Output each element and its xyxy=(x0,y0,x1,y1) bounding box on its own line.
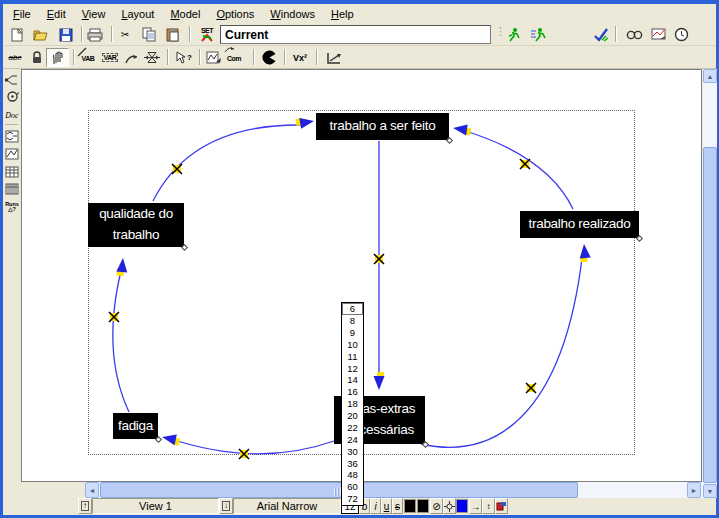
refmode-tool-icon[interactable] xyxy=(325,48,345,67)
toolbar-separator xyxy=(111,26,113,42)
run-icon[interactable] xyxy=(503,25,523,44)
delete-tool-icon[interactable] xyxy=(259,48,279,67)
variable-tool-icon[interactable]: VAB xyxy=(78,48,98,67)
font-size-option[interactable]: 36 xyxy=(342,457,363,469)
sketch-toolbar: abc VAB VAR ? Com Vx² xyxy=(3,46,716,69)
menu-item[interactable]: Help xyxy=(323,6,362,22)
menu-item[interactable]: Windows xyxy=(262,6,323,22)
font-size-option[interactable]: 11 xyxy=(342,351,363,363)
menu-item[interactable]: Model xyxy=(162,6,208,22)
query-tool-icon[interactable]: ? xyxy=(173,48,193,67)
font-size-option[interactable]: 12 xyxy=(342,362,363,374)
wire-horas-to-fadiga xyxy=(168,438,334,454)
comment-tool-icon[interactable]: Com xyxy=(224,48,244,67)
graph-icon[interactable] xyxy=(4,146,20,162)
font-size-option[interactable]: 10 xyxy=(342,339,363,351)
runs-compare-icon[interactable]: Runs△? xyxy=(4,199,20,215)
font-size-option[interactable]: 8 xyxy=(342,315,363,327)
horizontal-scroll-thumb[interactable] xyxy=(100,482,578,498)
arrow-style-icon[interactable]: → xyxy=(469,498,482,514)
output-icon[interactable] xyxy=(648,25,668,44)
move-tool-icon[interactable] xyxy=(46,48,69,67)
scroll-up-icon[interactable]: ▲ xyxy=(703,69,717,83)
font-size-option[interactable]: 20 xyxy=(342,410,363,422)
view-down-icon: ↓ xyxy=(222,501,230,511)
clock-icon[interactable] xyxy=(671,25,691,44)
default-format-icon[interactable] xyxy=(495,498,508,514)
menu-item[interactable]: Options xyxy=(208,6,262,22)
font-size-option[interactable]: 72 xyxy=(342,493,363,505)
set-icon[interactable]: SET xyxy=(196,25,218,44)
causes-strip-icon[interactable] xyxy=(4,128,20,144)
open-icon[interactable] xyxy=(31,25,51,44)
italic-button[interactable]: i xyxy=(370,498,381,514)
paste-icon[interactable] xyxy=(163,25,183,44)
run-fast-icon[interactable] xyxy=(528,25,548,44)
toolbar-separator xyxy=(81,26,83,42)
font-size-dropdown[interactable]: 6891011121416182022243036486072 xyxy=(341,302,364,506)
dataset-name-field[interactable] xyxy=(220,25,491,44)
node-trabalho-realizado[interactable]: trabalho realizado xyxy=(520,211,639,238)
toolbar-separator xyxy=(189,26,191,42)
text-tool-icon[interactable]: abc xyxy=(5,48,25,67)
lock-icon[interactable] xyxy=(27,48,47,67)
position-icon[interactable] xyxy=(443,498,456,514)
causes-tree-icon[interactable] xyxy=(4,71,20,87)
font-size-option[interactable]: 16 xyxy=(342,386,363,398)
vertical-scroll-thumb[interactable] xyxy=(703,147,717,483)
node-label: trabalho realizado xyxy=(529,214,631,235)
node-trabalho-a-ser-feito[interactable]: trabalho a ser feito xyxy=(316,113,449,140)
find-icon[interactable] xyxy=(624,25,644,44)
font-size-option[interactable]: 9 xyxy=(342,327,363,339)
scroll-left-icon[interactable]: ◄ xyxy=(85,482,99,498)
table-time-icon[interactable] xyxy=(4,181,20,197)
strike-button[interactable]: s xyxy=(392,498,403,514)
arrow-tool-icon[interactable] xyxy=(122,48,142,67)
save-icon[interactable] xyxy=(56,25,76,44)
node-qualidade-do-trabalho[interactable]: qualidade do trabalho xyxy=(88,203,184,247)
loops-icon[interactable] xyxy=(4,88,20,104)
font-size-option[interactable]: 48 xyxy=(342,469,363,481)
font-size-option[interactable]: 30 xyxy=(342,446,363,458)
font-size-option[interactable]: 18 xyxy=(342,398,363,410)
menu-item[interactable]: Edit xyxy=(39,6,74,22)
fill-color-swatch[interactable] xyxy=(456,499,468,513)
font-size-option[interactable]: 14 xyxy=(342,374,363,386)
box-color-swatch[interactable] xyxy=(417,499,429,513)
text-color-swatch[interactable] xyxy=(404,499,416,513)
copy-icon[interactable] xyxy=(139,25,159,44)
view-up-button[interactable]: ↑ xyxy=(78,498,92,514)
menu-item[interactable]: View xyxy=(74,6,114,22)
font-size-option[interactable]: 22 xyxy=(342,422,363,434)
shape-icon[interactable]: ⊘ xyxy=(430,498,443,514)
new-icon[interactable] xyxy=(7,25,27,44)
font-name-panel[interactable]: Arial Narrow xyxy=(233,498,341,514)
wire-handle-marker xyxy=(520,159,530,169)
horizontal-scrollbar[interactable]: ◄ ► xyxy=(85,482,703,498)
font-size-option[interactable]: 6 xyxy=(342,303,363,315)
node-fadiga[interactable]: fadiga xyxy=(113,413,158,439)
view-name-panel[interactable]: View 1 xyxy=(92,498,219,514)
toolbar-separator xyxy=(167,49,169,65)
menu-item[interactable]: Layout xyxy=(113,6,162,22)
check-run-icon[interactable] xyxy=(591,25,611,44)
font-size-option[interactable]: 24 xyxy=(342,434,363,446)
font-size-option[interactable]: 60 xyxy=(342,481,363,493)
rate-tool-icon[interactable] xyxy=(142,48,162,67)
thickness-icon[interactable]: ↕ xyxy=(482,498,495,514)
io-object-icon[interactable] xyxy=(204,48,224,67)
underline-button[interactable]: u xyxy=(381,498,392,514)
menu-item[interactable]: File xyxy=(5,6,39,22)
arrowhead xyxy=(295,116,315,130)
vertical-scrollbar[interactable]: ▲ ▼ xyxy=(703,69,717,498)
cut-icon[interactable]: ✂ xyxy=(115,25,135,44)
view-down-button[interactable]: ↓ xyxy=(219,498,233,514)
doc-icon[interactable]: Doc xyxy=(4,107,20,123)
toolbar-separator xyxy=(284,49,286,65)
print-icon[interactable] xyxy=(85,25,105,44)
scroll-down-icon[interactable]: ▼ xyxy=(703,484,717,498)
equations-tool-icon[interactable]: Vx² xyxy=(290,48,310,67)
scroll-right-icon[interactable]: ► xyxy=(687,482,701,498)
table-icon[interactable] xyxy=(4,164,20,180)
shadow-variable-icon[interactable]: VAR xyxy=(100,48,120,67)
